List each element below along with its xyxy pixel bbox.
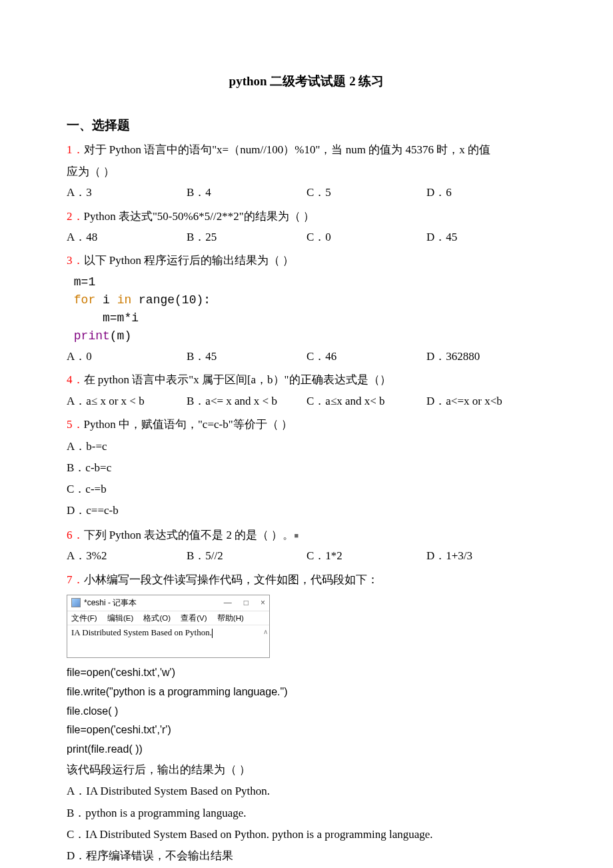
question-4: 4．在 python 语言中表示"x 属于区间[a，b）"的正确表达式是（） A… bbox=[67, 369, 546, 411]
q6-options: A．3%2 B．5//2 C．1*2 D．1+3/3 bbox=[67, 546, 546, 567]
q1-opt-c: C．5 bbox=[306, 183, 426, 203]
q2-opt-b: B．25 bbox=[187, 227, 306, 248]
q4-opt-b: B．a<= x and x < b bbox=[187, 391, 306, 412]
q2-options: A．48 B．25 C．0 D．45 bbox=[67, 227, 546, 248]
q4-text: 在 python 语言中表示"x 属于区间[a，b）"的正确表达式是（） bbox=[84, 373, 391, 386]
q3-options: A．0 B．45 C．46 D．362880 bbox=[67, 347, 546, 367]
q7-num: 7． bbox=[67, 573, 84, 586]
q5-num: 5． bbox=[67, 418, 84, 431]
notepad-text: IA Distributed System Based on Python. bbox=[71, 627, 212, 637]
question-5: 5．Python 中，赋值语句，"c=c-b"等价于（ ） A．b-=c B．c… bbox=[67, 414, 546, 521]
section-header: 一、选择题 bbox=[67, 114, 546, 137]
q4-options: A．a≤ x or x < b B．a<= x and x < b C．a≤x … bbox=[67, 391, 546, 412]
menu-file: 文件(F) bbox=[71, 614, 101, 622]
q3-text: 以下 Python 程序运行后的输出结果为（ ） bbox=[84, 254, 295, 267]
q5-opt-a: A．b-=c bbox=[67, 436, 546, 457]
q5-opt-d: D．c==c-b bbox=[67, 500, 546, 521]
q3-opt-d: D．362880 bbox=[426, 347, 546, 367]
menu-view: 查看(V) bbox=[181, 614, 211, 622]
menu-format: 格式(O) bbox=[143, 614, 175, 622]
q6-num: 6． bbox=[67, 529, 84, 541]
q2-opt-d: D．45 bbox=[426, 227, 546, 248]
q6-opt-a: A．3%2 bbox=[67, 546, 187, 567]
q1-num: 1． bbox=[67, 143, 84, 156]
q1-text-a: 对于 Python 语言中的语句"x=（num//100）%10"，当 num … bbox=[84, 143, 490, 156]
q7-code-5: print(file.read( )) bbox=[67, 740, 546, 759]
question-7: 7．小林编写一段文件读写操作代码，文件如图，代码段如下： *ceshi - 记事… bbox=[67, 569, 546, 867]
q7-opt-d: D．程序编译错误，不会输出结果 bbox=[67, 845, 546, 867]
q1-text-b: 应为（ ） bbox=[67, 161, 546, 183]
q2-opt-a: A．48 bbox=[67, 227, 187, 248]
q1-opt-b: B．4 bbox=[187, 183, 306, 203]
q6-opt-b: B．5//2 bbox=[187, 546, 306, 567]
q6-text: 下列 Python 表达式的值不是 2 的是（ ）。 bbox=[84, 529, 295, 541]
question-1: 1．对于 Python 语言中的语句"x=（num//100）%10"，当 nu… bbox=[67, 139, 546, 203]
q5-text: Python 中，赋值语句，"c=c-b"等价于（ ） bbox=[84, 418, 293, 431]
q7-code-2: file.write("python is a programming lang… bbox=[67, 683, 546, 702]
q4-opt-d: D．a<=x or x<b bbox=[426, 391, 546, 412]
q7-opt-b: B．python is a programming language. bbox=[67, 803, 546, 824]
q2-num: 2． bbox=[67, 210, 84, 223]
text-caret-icon bbox=[212, 629, 213, 638]
marker-icon: ■ bbox=[294, 531, 299, 539]
q2-text: Python 表达式"50-50%6*5//2**2"的结果为（ ） bbox=[84, 210, 314, 223]
page-title: python 二级考试试题 2 练习 bbox=[67, 70, 546, 93]
notepad-window-controls: — □ × bbox=[224, 597, 265, 609]
q3-opt-c: C．46 bbox=[306, 347, 426, 367]
q2-opt-c: C．0 bbox=[306, 227, 426, 248]
maximize-icon: □ bbox=[244, 597, 249, 609]
q7-opt-a: A．IA Distributed System Based on Python. bbox=[67, 781, 546, 802]
q4-num: 4． bbox=[67, 373, 84, 386]
q7-text2: 该代码段运行后，输出的结果为（ ） bbox=[67, 759, 546, 781]
notepad-window: *ceshi - 记事本 — □ × 文件(F) 编辑(E) 格式(O) 查看(… bbox=[67, 595, 270, 658]
q5-opt-b: B．c-b=c bbox=[67, 457, 546, 479]
notepad-title-text: *ceshi - 记事本 bbox=[84, 597, 137, 609]
q6-opt-d: D．1+3/3 bbox=[426, 546, 546, 567]
q7-code-1: file=open('ceshi.txt','w') bbox=[67, 663, 546, 683]
q7-text: 小林编写一段文件读写操作代码，文件如图，代码段如下： bbox=[84, 573, 378, 586]
q1-opt-d: D．6 bbox=[426, 183, 546, 203]
notepad-content: IA Distributed System Based on Python. ∧ bbox=[67, 625, 269, 657]
notepad-titlebar: *ceshi - 记事本 — □ × bbox=[67, 595, 269, 611]
q1-opt-a: A．3 bbox=[67, 183, 187, 203]
q3-opt-a: A．0 bbox=[67, 347, 187, 367]
q3-code: m=1 for i in range(10): m=m*i print(m) bbox=[67, 273, 546, 345]
menu-edit: 编辑(E) bbox=[107, 614, 137, 622]
q3-num: 3． bbox=[67, 254, 84, 267]
q7-opt-c: C．IA Distributed System Based on Python.… bbox=[67, 824, 546, 845]
minimize-icon: — bbox=[224, 597, 232, 609]
scroll-up-icon: ∧ bbox=[263, 627, 268, 637]
q7-code-3: file.close( ) bbox=[67, 702, 546, 721]
question-2: 2．Python 表达式"50-50%6*5//2**2"的结果为（ ） A．4… bbox=[67, 206, 546, 248]
menu-help: 帮助(H) bbox=[217, 614, 248, 622]
q6-opt-c: C．1*2 bbox=[306, 546, 426, 567]
notepad-menubar: 文件(F) 编辑(E) 格式(O) 查看(V) 帮助(H) bbox=[67, 611, 269, 625]
q5-opt-c: C．c-=b bbox=[67, 479, 546, 500]
q7-code-4: file=open('ceshi.txt','r') bbox=[67, 721, 546, 740]
q4-opt-a: A．a≤ x or x < b bbox=[67, 391, 187, 412]
q1-options: A．3 B．4 C．5 D．6 bbox=[67, 183, 546, 203]
q4-opt-c: C．a≤x and x< b bbox=[306, 391, 426, 412]
notepad-app-icon bbox=[71, 598, 81, 607]
close-icon: × bbox=[261, 597, 265, 609]
q3-opt-b: B．45 bbox=[187, 347, 306, 367]
question-3: 3．以下 Python 程序运行后的输出结果为（ ） m=1 for i in … bbox=[67, 250, 546, 367]
question-6: 6．下列 Python 表达式的值不是 2 的是（ ）。■ A．3%2 B．5/… bbox=[67, 525, 546, 567]
